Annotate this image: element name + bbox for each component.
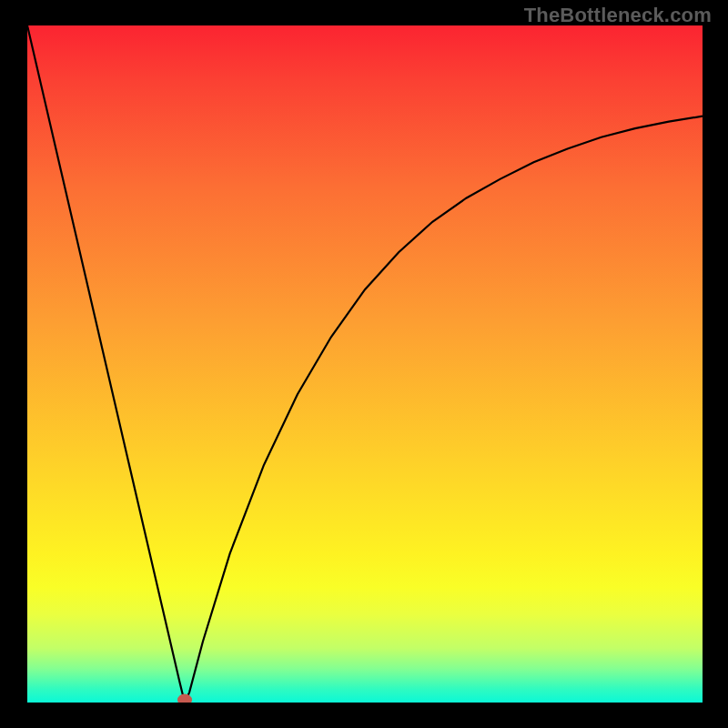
watermark-text: TheBottleneck.com: [524, 4, 712, 27]
minimum-marker: [177, 694, 192, 703]
chart-frame: TheBottleneck.com: [0, 0, 728, 728]
bottleneck-curve: [27, 25, 703, 703]
plot-area: [27, 25, 703, 703]
